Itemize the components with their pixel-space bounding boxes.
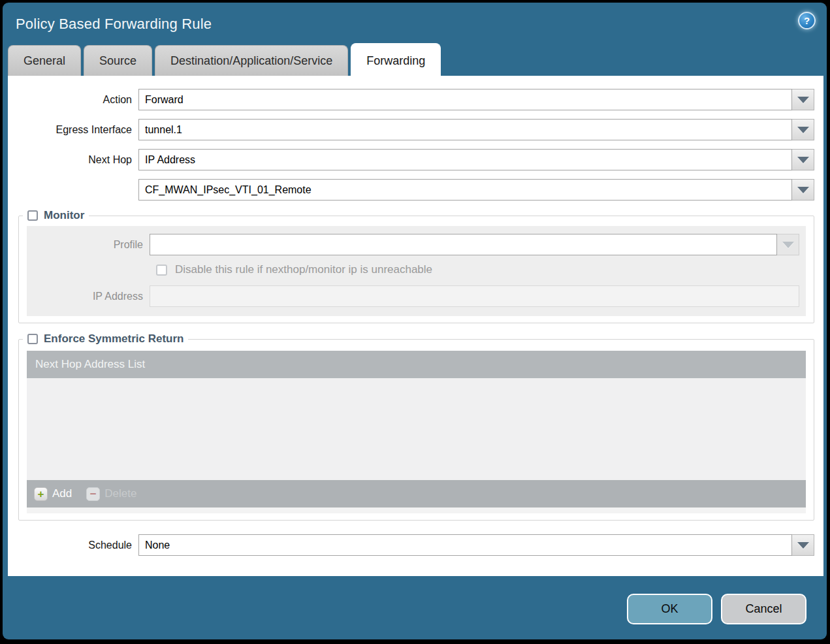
delete-button-label: Delete <box>104 487 136 500</box>
chevron-down-icon <box>797 542 809 549</box>
tab-bar: General Source Destination/Application/S… <box>3 43 827 76</box>
egress-interface-combo <box>138 119 814 140</box>
next-hop-type-input[interactable] <box>138 149 792 170</box>
next-hop-type-dropdown-button[interactable] <box>792 149 814 170</box>
egress-interface-dropdown-button[interactable] <box>792 119 814 140</box>
monitor-legend: Monitor <box>23 209 89 222</box>
minus-icon: − <box>86 487 100 501</box>
monitor-fieldset: Monitor Profile Disable this rule if nex… <box>18 209 814 323</box>
egress-interface-input[interactable] <box>138 119 792 140</box>
egress-interface-label: Egress Interface <box>8 124 138 136</box>
profile-dropdown-button <box>777 234 799 255</box>
schedule-dropdown-button[interactable] <box>792 534 814 556</box>
add-button-label: Add <box>52 487 72 500</box>
action-input[interactable] <box>138 89 792 110</box>
tab-destination-application-service[interactable]: Destination/Application/Service <box>155 45 348 76</box>
profile-row: Profile <box>27 234 799 255</box>
monitor-ip-input <box>150 285 799 307</box>
tab-source[interactable]: Source <box>84 45 152 76</box>
symmetric-return-legend: Enforce Symmetric Return <box>23 332 188 346</box>
plus-icon: + <box>34 487 48 501</box>
pbf-rule-dialog: Policy Based Forwarding Rule ? General S… <box>3 3 827 639</box>
profile-combo <box>150 234 799 255</box>
ok-button[interactable]: OK <box>627 594 712 624</box>
add-button[interactable]: + Add <box>34 487 72 501</box>
next-hop-label: Next Hop <box>8 154 138 166</box>
next-hop-address-input[interactable] <box>138 179 792 201</box>
dialog-footer: OK Cancel <box>3 576 827 639</box>
monitor-ip-row: IP Address <box>27 285 799 307</box>
next-hop-address-dropdown-button[interactable] <box>792 179 814 201</box>
profile-input <box>150 234 777 255</box>
symmetric-return-legend-label: Enforce Symmetric Return <box>44 332 184 346</box>
disable-rule-row: Disable this rule if nexthop/monitor ip … <box>156 263 799 276</box>
action-dropdown-button[interactable] <box>792 89 814 110</box>
schedule-row: Schedule <box>8 534 814 556</box>
action-combo <box>138 89 814 110</box>
next-hop-address-list-toolbar: + Add − Delete <box>27 480 806 507</box>
next-hop-type-combo <box>138 149 814 170</box>
schedule-combo <box>138 534 814 556</box>
schedule-label: Schedule <box>8 539 138 551</box>
next-hop-address-list-header: Next Hop Address List <box>27 351 806 378</box>
chevron-down-icon <box>782 242 794 248</box>
tab-forwarding[interactable]: Forwarding <box>351 43 441 76</box>
chevron-down-icon <box>797 97 809 103</box>
disable-rule-checkbox <box>156 265 167 276</box>
chevron-down-icon <box>797 157 809 163</box>
help-icon[interactable]: ? <box>798 12 816 29</box>
tab-general[interactable]: General <box>8 45 81 76</box>
next-hop-address-combo <box>138 179 814 201</box>
next-hop-address-list-body[interactable] <box>27 378 806 480</box>
dialog-title: Policy Based Forwarding Rule <box>16 16 827 33</box>
table-scrollbar-track <box>27 507 806 513</box>
action-label: Action <box>8 94 138 106</box>
tab-content-forwarding: Action Egress Interface Next Hop <box>8 76 823 576</box>
profile-label: Profile <box>27 239 150 251</box>
cancel-button[interactable]: Cancel <box>721 594 806 624</box>
chevron-down-icon <box>797 127 809 133</box>
monitor-legend-label: Monitor <box>44 209 84 222</box>
symmetric-return-checkbox[interactable] <box>27 334 38 344</box>
next-hop-row: Next Hop <box>8 149 814 170</box>
egress-interface-row: Egress Interface <box>8 119 814 140</box>
monitor-checkbox[interactable] <box>27 210 38 221</box>
monitor-panel: Profile Disable this rule if nexthop/mon… <box>27 226 806 316</box>
action-row: Action <box>8 89 814 110</box>
monitor-ip-label: IP Address <box>27 291 150 302</box>
chevron-down-icon <box>797 187 809 193</box>
disable-rule-label: Disable this rule if nexthop/monitor ip … <box>175 263 432 276</box>
schedule-input[interactable] <box>138 534 792 556</box>
delete-button: − Delete <box>86 487 136 501</box>
symmetric-return-fieldset: Enforce Symmetric Return Next Hop Addres… <box>18 332 814 521</box>
title-bar: Policy Based Forwarding Rule ? <box>3 3 827 43</box>
next-hop-address-list-table: Next Hop Address List + Add − Delete <box>27 351 806 507</box>
next-hop-address-row <box>8 179 814 201</box>
